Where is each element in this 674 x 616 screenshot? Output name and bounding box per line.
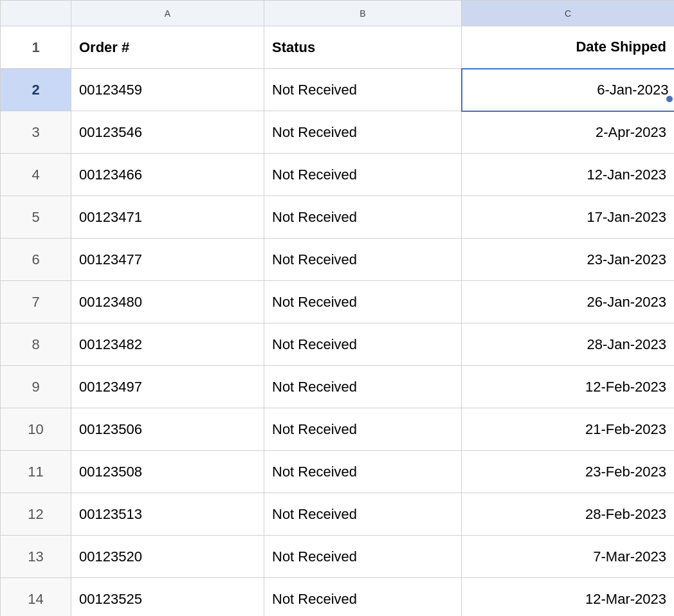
row-num-13: 13 bbox=[1, 536, 71, 578]
header-status[interactable]: Status bbox=[264, 26, 462, 69]
row-num-6: 6 bbox=[1, 239, 71, 281]
cell-date-14[interactable]: 12-Mar-2023 bbox=[462, 578, 675, 617]
cell-status-4[interactable]: Not Received bbox=[264, 154, 462, 196]
col-header-b[interactable]: B bbox=[264, 1, 462, 26]
table-row: 1200123513Not Received28-Feb-2023 bbox=[1, 493, 675, 536]
col-header-a[interactable]: A bbox=[71, 1, 264, 26]
cell-date-10[interactable]: 21-Feb-2023 bbox=[462, 408, 675, 451]
cell-status-11[interactable]: Not Received bbox=[264, 451, 462, 493]
cell-status-9[interactable]: Not Received bbox=[264, 366, 462, 408]
table-row: 900123497Not Received12-Feb-2023 bbox=[1, 366, 675, 408]
cell-order-3[interactable]: 00123546 bbox=[71, 111, 264, 154]
row-num-2: 2 bbox=[1, 69, 71, 111]
cell-status-8[interactable]: Not Received bbox=[264, 323, 462, 366]
row-num-12: 12 bbox=[1, 493, 71, 536]
cell-order-12[interactable]: 00123513 bbox=[71, 493, 264, 536]
row-num-4: 4 bbox=[1, 154, 71, 196]
table-row: 1100123508Not Received23-Feb-2023 bbox=[1, 451, 675, 493]
cell-order-2[interactable]: 00123459 bbox=[71, 69, 264, 111]
cell-order-10[interactable]: 00123506 bbox=[71, 408, 264, 451]
cell-status-6[interactable]: Not Received bbox=[264, 239, 462, 281]
cell-order-13[interactable]: 00123520 bbox=[71, 536, 264, 578]
table-row: 800123482Not Received28-Jan-2023 bbox=[1, 323, 675, 366]
cell-date-12[interactable]: 28-Feb-2023 bbox=[462, 493, 675, 536]
cell-order-5[interactable]: 00123471 bbox=[71, 196, 264, 239]
cell-status-14[interactable]: Not Received bbox=[264, 578, 462, 617]
resize-handle-dot[interactable] bbox=[665, 95, 674, 104]
row-num-10: 10 bbox=[1, 408, 71, 451]
cell-date-5[interactable]: 17-Jan-2023 bbox=[462, 196, 675, 239]
cell-order-4[interactable]: 00123466 bbox=[71, 154, 264, 196]
cell-order-6[interactable]: 00123477 bbox=[71, 239, 264, 281]
corner-cell bbox=[1, 1, 71, 26]
header-date-shipped[interactable]: Date Shipped bbox=[462, 26, 675, 69]
cell-date-2[interactable]: 6-Jan-2023 bbox=[462, 69, 675, 111]
cell-order-8[interactable]: 00123482 bbox=[71, 323, 264, 366]
row-num-8: 8 bbox=[1, 323, 71, 366]
selected-cell-wrapper: 6-Jan-2023 bbox=[470, 82, 669, 98]
row-num-7: 7 bbox=[1, 281, 71, 323]
cell-date-7[interactable]: 26-Jan-2023 bbox=[462, 281, 675, 323]
row-num-11: 11 bbox=[1, 451, 71, 493]
column-header-row: A B C bbox=[1, 1, 675, 26]
row-num-1: 1 bbox=[1, 26, 71, 69]
table-row: 1300123520Not Received7-Mar-2023 bbox=[1, 536, 675, 578]
spreadsheet-table: A B C 1 Order # Status Date Shipped 2001… bbox=[0, 0, 674, 616]
cell-status-5[interactable]: Not Received bbox=[264, 196, 462, 239]
cell-date-3[interactable]: 2-Apr-2023 bbox=[462, 111, 675, 154]
row-num-9: 9 bbox=[1, 366, 71, 408]
cell-status-3[interactable]: Not Received bbox=[264, 111, 462, 154]
cell-order-11[interactable]: 00123508 bbox=[71, 451, 264, 493]
row-num-5: 5 bbox=[1, 196, 71, 239]
table-row: 500123471Not Received17-Jan-2023 bbox=[1, 196, 675, 239]
cell-date-9[interactable]: 12-Feb-2023 bbox=[462, 366, 675, 408]
table-row: 700123480Not Received26-Jan-2023 bbox=[1, 281, 675, 323]
cell-date-11[interactable]: 23-Feb-2023 bbox=[462, 451, 675, 493]
row-num-3: 3 bbox=[1, 111, 71, 154]
col-header-c[interactable]: C bbox=[462, 1, 675, 26]
cell-status-12[interactable]: Not Received bbox=[264, 493, 462, 536]
table-row: 1000123506Not Received21-Feb-2023 bbox=[1, 408, 675, 451]
table-row: 600123477Not Received23-Jan-2023 bbox=[1, 239, 675, 281]
cell-date-4[interactable]: 12-Jan-2023 bbox=[462, 154, 675, 196]
cell-date-13[interactable]: 7-Mar-2023 bbox=[462, 536, 675, 578]
header-order[interactable]: Order # bbox=[71, 26, 264, 69]
cell-order-9[interactable]: 00123497 bbox=[71, 366, 264, 408]
cell-order-7[interactable]: 00123480 bbox=[71, 281, 264, 323]
cell-date-6[interactable]: 23-Jan-2023 bbox=[462, 239, 675, 281]
table-row: 300123546Not Received2-Apr-2023 bbox=[1, 111, 675, 154]
cell-status-2[interactable]: Not Received bbox=[264, 69, 462, 111]
row-num-14: 14 bbox=[1, 578, 71, 617]
cell-order-14[interactable]: 00123525 bbox=[71, 578, 264, 617]
cell-date-8[interactable]: 28-Jan-2023 bbox=[462, 323, 675, 366]
table-row: 1400123525Not Received12-Mar-2023 bbox=[1, 578, 675, 617]
cell-status-10[interactable]: Not Received bbox=[264, 408, 462, 451]
table-row: 200123459Not Received6-Jan-2023 bbox=[1, 69, 675, 111]
header-row-1: 1 Order # Status Date Shipped bbox=[1, 26, 675, 69]
cell-status-13[interactable]: Not Received bbox=[264, 536, 462, 578]
table-row: 400123466Not Received12-Jan-2023 bbox=[1, 154, 675, 196]
date-value: 6-Jan-2023 bbox=[597, 82, 668, 98]
cell-status-7[interactable]: Not Received bbox=[264, 281, 462, 323]
